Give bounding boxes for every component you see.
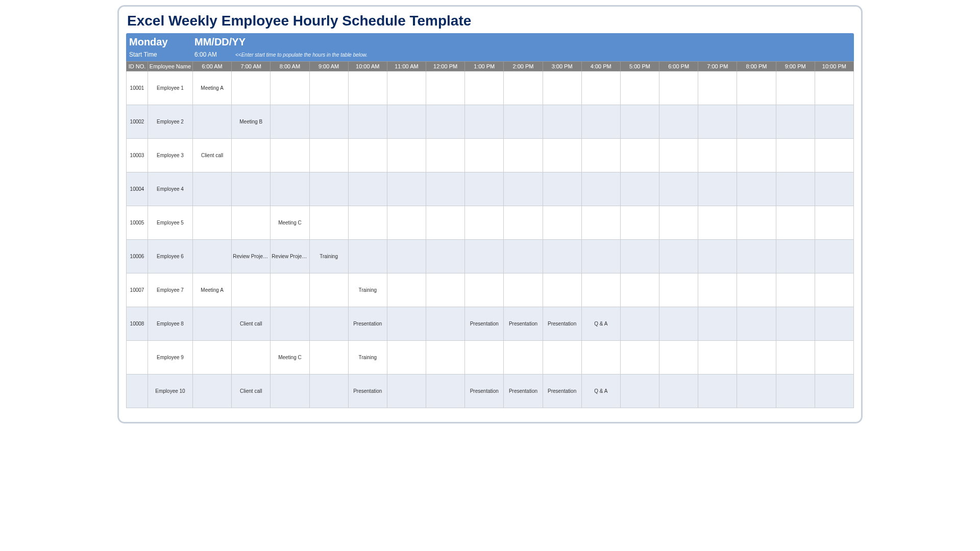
cell-hour[interactable]: Presentation xyxy=(543,374,581,408)
cell-hour[interactable] xyxy=(387,139,426,172)
cell-hour[interactable] xyxy=(776,139,815,172)
cell-hour[interactable] xyxy=(698,71,737,105)
cell-hour[interactable] xyxy=(387,341,426,374)
cell-hour[interactable] xyxy=(776,240,815,273)
cell-hour[interactable] xyxy=(581,105,620,139)
cell-hour[interactable]: Presentation xyxy=(504,374,543,408)
cell-hour[interactable] xyxy=(387,172,426,206)
cell-employee[interactable]: Employee 2 xyxy=(148,105,193,139)
cell-hour[interactable] xyxy=(465,206,504,240)
cell-id[interactable]: 10005 xyxy=(127,206,148,240)
cell-hour[interactable] xyxy=(698,139,737,172)
cell-hour[interactable] xyxy=(698,341,737,374)
cell-hour[interactable] xyxy=(504,105,543,139)
cell-hour[interactable] xyxy=(737,307,776,341)
cell-hour[interactable]: Training xyxy=(348,341,387,374)
cell-hour[interactable] xyxy=(309,374,348,408)
cell-employee[interactable]: Employee 4 xyxy=(148,172,193,206)
cell-hour[interactable]: Meeting A xyxy=(193,273,232,307)
cell-hour[interactable] xyxy=(232,139,271,172)
cell-hour[interactable]: Presentation xyxy=(504,307,543,341)
cell-hour[interactable]: Q & A xyxy=(581,374,620,408)
cell-hour[interactable] xyxy=(581,341,620,374)
cell-hour[interactable]: Presentation xyxy=(465,374,504,408)
cell-hour[interactable] xyxy=(309,273,348,307)
cell-hour[interactable] xyxy=(465,71,504,105)
cell-hour[interactable] xyxy=(581,71,620,105)
cell-hour[interactable] xyxy=(776,374,815,408)
cell-hour[interactable] xyxy=(659,105,698,139)
cell-hour[interactable] xyxy=(737,374,776,408)
cell-employee[interactable]: Employee 3 xyxy=(148,139,193,172)
cell-id[interactable] xyxy=(127,374,148,408)
cell-hour[interactable] xyxy=(465,273,504,307)
cell-id[interactable]: 10007 xyxy=(127,273,148,307)
cell-hour[interactable] xyxy=(620,172,659,206)
cell-hour[interactable] xyxy=(387,240,426,273)
cell-hour[interactable] xyxy=(465,172,504,206)
cell-hour[interactable] xyxy=(698,273,737,307)
cell-hour[interactable]: Training xyxy=(348,273,387,307)
cell-hour[interactable] xyxy=(543,240,581,273)
cell-hour[interactable] xyxy=(543,341,581,374)
cell-hour[interactable] xyxy=(426,307,465,341)
cell-hour[interactable] xyxy=(348,71,387,105)
cell-hour[interactable] xyxy=(815,273,853,307)
cell-hour[interactable] xyxy=(620,240,659,273)
cell-hour[interactable] xyxy=(504,206,543,240)
cell-hour[interactable] xyxy=(737,341,776,374)
cell-hour[interactable] xyxy=(659,341,698,374)
cell-hour[interactable] xyxy=(309,139,348,172)
cell-hour[interactable] xyxy=(193,172,232,206)
cell-hour[interactable] xyxy=(309,71,348,105)
cell-hour[interactable] xyxy=(659,71,698,105)
cell-hour[interactable] xyxy=(504,240,543,273)
cell-hour[interactable] xyxy=(309,172,348,206)
cell-hour[interactable] xyxy=(426,139,465,172)
cell-hour[interactable] xyxy=(465,240,504,273)
cell-id[interactable]: 10006 xyxy=(127,240,148,273)
cell-id[interactable]: 10008 xyxy=(127,307,148,341)
cell-hour[interactable] xyxy=(232,341,271,374)
cell-hour[interactable] xyxy=(232,172,271,206)
cell-hour[interactable] xyxy=(776,206,815,240)
cell-hour[interactable] xyxy=(659,206,698,240)
cell-hour[interactable] xyxy=(737,139,776,172)
cell-hour[interactable] xyxy=(698,240,737,273)
cell-hour[interactable] xyxy=(387,273,426,307)
cell-hour[interactable] xyxy=(776,71,815,105)
cell-hour[interactable] xyxy=(309,341,348,374)
cell-hour[interactable] xyxy=(193,206,232,240)
cell-hour[interactable] xyxy=(348,105,387,139)
cell-hour[interactable]: Review Project A xyxy=(232,240,271,273)
cell-hour[interactable] xyxy=(193,307,232,341)
cell-hour[interactable] xyxy=(426,71,465,105)
cell-hour[interactable] xyxy=(543,105,581,139)
cell-hour[interactable] xyxy=(620,273,659,307)
cell-hour[interactable] xyxy=(271,71,309,105)
cell-hour[interactable] xyxy=(543,172,581,206)
cell-hour[interactable]: Meeting A xyxy=(193,71,232,105)
cell-hour[interactable] xyxy=(504,273,543,307)
cell-hour[interactable] xyxy=(348,139,387,172)
cell-hour[interactable] xyxy=(543,71,581,105)
cell-employee[interactable]: Employee 9 xyxy=(148,341,193,374)
cell-hour[interactable] xyxy=(737,206,776,240)
cell-hour[interactable] xyxy=(698,374,737,408)
cell-hour[interactable]: Presentation xyxy=(465,307,504,341)
cell-hour[interactable]: Meeting C xyxy=(271,206,309,240)
cell-hour[interactable] xyxy=(776,172,815,206)
cell-employee[interactable]: Employee 10 xyxy=(148,374,193,408)
cell-employee[interactable]: Employee 1 xyxy=(148,71,193,105)
cell-hour[interactable] xyxy=(271,307,309,341)
cell-hour[interactable]: Presentation xyxy=(543,307,581,341)
cell-hour[interactable] xyxy=(271,273,309,307)
cell-hour[interactable] xyxy=(815,307,853,341)
cell-hour[interactable] xyxy=(776,105,815,139)
cell-hour[interactable] xyxy=(426,172,465,206)
cell-id[interactable] xyxy=(127,341,148,374)
cell-hour[interactable] xyxy=(193,341,232,374)
cell-hour[interactable] xyxy=(776,273,815,307)
cell-hour[interactable] xyxy=(271,139,309,172)
cell-hour[interactable]: Client call xyxy=(232,374,271,408)
